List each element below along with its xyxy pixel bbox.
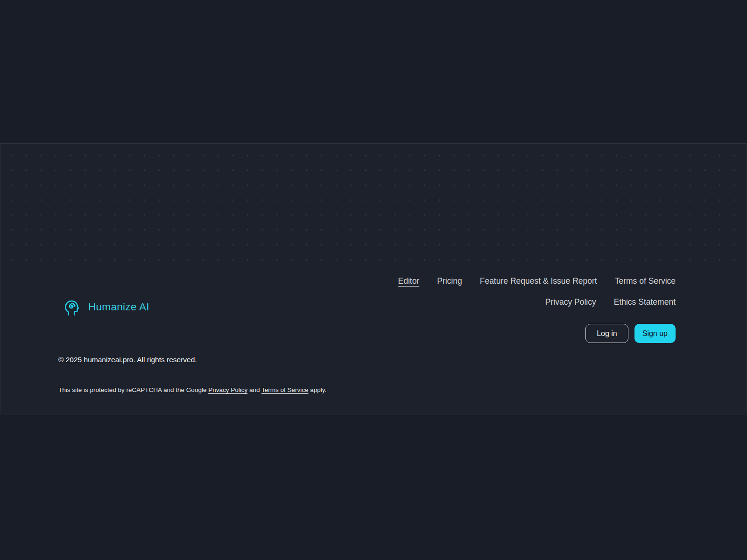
footer-nav-row-1: Editor Pricing Feature Request & Issue R…: [398, 276, 676, 286]
nav-link-privacy-policy[interactable]: Privacy Policy: [545, 297, 596, 307]
footer-nav: Editor Pricing Feature Request & Issue R…: [398, 276, 676, 343]
nav-link-terms-of-service[interactable]: Terms of Service: [615, 276, 676, 286]
signup-button[interactable]: Sign up: [634, 324, 676, 343]
nav-link-feature-request[interactable]: Feature Request & Issue Report: [480, 276, 597, 286]
recaptcha-notice-prefix: This site is protected by reCAPTCHA and …: [58, 386, 208, 393]
head-spiral-icon: [63, 297, 81, 317]
dot-grid-background: [0, 144, 747, 261]
login-button[interactable]: Log in: [585, 324, 628, 343]
recaptcha-notice: This site is protected by reCAPTCHA and …: [58, 386, 326, 393]
brand-name: Humanize AI: [88, 301, 149, 313]
nav-link-editor[interactable]: Editor: [398, 276, 420, 286]
auth-buttons: Log in Sign up: [585, 324, 676, 343]
copyright-text: © 2025 humanizeai.pro. All rights reserv…: [58, 356, 197, 364]
footer-nav-row-2: Privacy Policy Ethics Statement: [545, 297, 676, 307]
brand-logo[interactable]: Humanize AI: [63, 297, 149, 317]
recaptcha-terms-link[interactable]: Terms of Service: [261, 386, 309, 393]
nav-link-pricing[interactable]: Pricing: [437, 276, 462, 286]
footer-section: Humanize AI Editor Pricing Feature Reque…: [0, 143, 747, 414]
nav-link-ethics-statement[interactable]: Ethics Statement: [614, 297, 676, 307]
recaptcha-privacy-policy-link[interactable]: Privacy Policy: [208, 386, 247, 393]
recaptcha-notice-middle: and: [247, 386, 261, 393]
recaptcha-notice-suffix: apply.: [309, 386, 327, 393]
